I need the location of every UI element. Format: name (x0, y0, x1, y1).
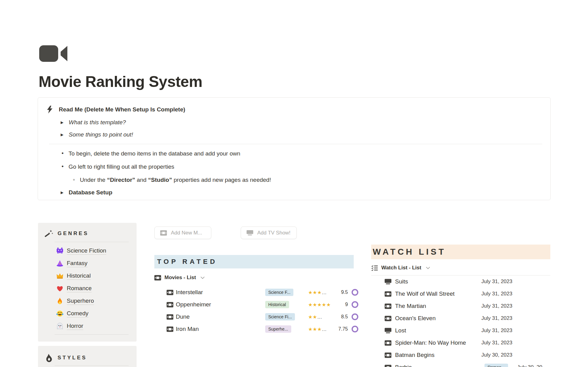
movie-row[interactable]: Oppenheimer Historical ★★★★★ 9 (154, 298, 356, 311)
movies-list: Interstellar Science F... ★★★… 9.5 Oppen… (154, 286, 356, 335)
genre-link-item[interactable]: Science Fiction (38, 245, 137, 257)
bullet-icon: • (62, 163, 64, 170)
checklist-icon (371, 265, 378, 271)
watch-list-row[interactable]: Suits July 31, 2023 (371, 275, 550, 288)
genre-link-item[interactable]: Horror (38, 320, 137, 332)
movie-row[interactable]: Dune Science Fi... ★★… 8.5 (154, 311, 356, 323)
genre-tag: Roman... (484, 364, 508, 367)
movie-title[interactable]: Interstellar (176, 289, 265, 296)
add-new-movie-button[interactable]: Add New M... (154, 227, 211, 239)
watch-list-row[interactable]: Ocean's Eleven July 31, 2023 (371, 312, 550, 324)
watched-toggle-ring[interactable] (352, 313, 358, 320)
styles-heading: STYLES (58, 355, 87, 361)
rating-value: 7.75 (338, 326, 348, 332)
genre-link-item[interactable]: Comedy (38, 307, 137, 320)
genre-tag: Historical (265, 301, 289, 308)
styles-card: STYLES (38, 346, 137, 367)
genre-link-item[interactable]: Fantasy (38, 257, 137, 270)
watch-item-title[interactable]: Batman Begins (395, 352, 481, 358)
notion-page: Movie Ranking System Read Me (Delete Me … (0, 0, 588, 367)
watch-item-title[interactable]: The Wolf of Wall Street (395, 290, 481, 297)
movie-title[interactable]: Iron Man (176, 326, 265, 332)
toggle-triangle-icon: ▶ (61, 191, 63, 194)
video-camera-icon[interactable] (39, 44, 69, 63)
watch-list-row[interactable]: Batman Begins July 30, 2023 (371, 349, 550, 361)
watch-item-title[interactable]: Barbie (395, 364, 484, 367)
genre-link[interactable]: Romance (67, 285, 92, 292)
movie-row[interactable]: Iron Man Superhe... ★★★… 7.75 (154, 323, 356, 335)
watch-list-row[interactable]: The Wolf of Wall Street July 31, 2023 (371, 288, 550, 300)
star-rating: ★★… (308, 314, 337, 320)
rating-value: 8.5 (341, 314, 348, 320)
magic-wand-icon (45, 230, 53, 238)
heart-icon (56, 285, 63, 292)
genre-link-item[interactable]: Historical (38, 270, 137, 282)
button-label: Add New M... (171, 230, 202, 236)
watched-toggle-ring[interactable] (352, 301, 358, 308)
rating-value: 9 (345, 302, 348, 307)
hollow-bullet-icon: ◦ (73, 176, 75, 183)
add-tv-show-button[interactable]: Add TV Show! (241, 227, 297, 239)
chevron-down-icon[interactable] (425, 265, 431, 271)
watch-list: Suits July 31, 2023 The Wolf of Wall Str… (371, 275, 550, 367)
watch-list-row[interactable]: The Martian July 31, 2023 (371, 300, 550, 312)
watch-date: July 31, 2023 (481, 328, 512, 334)
film-frame-icon (160, 230, 167, 236)
top-rated-banner: TOP RATED (154, 255, 354, 268)
rating-value: 9.5 (341, 290, 348, 295)
top-rated-column: Add New M... Add TV Show! TOP RATED Movi… (154, 227, 356, 335)
watch-date: July 31, 2023 (481, 340, 512, 346)
genre-list: Science Fiction Fantasy Historical Roman… (38, 245, 137, 332)
top-rated-heading: TOP RATED (157, 258, 217, 266)
film-frame-icon (385, 340, 391, 346)
film-frame-icon (385, 365, 391, 367)
film-frame-icon (385, 352, 391, 358)
divider (55, 242, 129, 242)
watch-list-row[interactable]: Barbie Roman... July 30, 20... (371, 361, 550, 367)
watch-item-title[interactable]: Spider-Man: No Way Home (395, 339, 481, 346)
genre-link[interactable]: Superhero (67, 298, 94, 305)
genre-link[interactable]: Horror (67, 323, 83, 330)
toggle-triangle-icon: ▶ (61, 133, 63, 137)
watch-list-row[interactable]: Spider-Man: No Way Home July 31, 2023 (371, 337, 550, 349)
movie-title[interactable]: Oppenheimer (176, 301, 265, 308)
watch-list-header[interactable]: Watch List - List (371, 265, 550, 271)
watch-item-title[interactable]: The Martian (395, 303, 481, 309)
watch-item-title[interactable]: Lost (395, 327, 481, 334)
toggle-what-is-this-template[interactable]: ▶ What is this template? (61, 118, 542, 126)
tv-icon (247, 230, 253, 236)
watch-item-title[interactable]: Suits (395, 278, 481, 285)
toggle-label: What is this template? (69, 119, 126, 126)
ghost-icon (56, 323, 63, 330)
genre-link[interactable]: Comedy (67, 310, 89, 317)
star-rating: ★★★… (308, 290, 337, 295)
watch-list-row[interactable]: Lost July 31, 2023 (371, 324, 550, 337)
movie-title[interactable]: Dune (176, 313, 265, 320)
film-frame-icon (385, 316, 391, 321)
watch-list-heading: WATCH LIST (373, 247, 446, 257)
movies-list-header[interactable]: Movies - List (154, 275, 356, 281)
movie-row[interactable]: Interstellar Science F... ★★★… 9.5 (154, 286, 356, 298)
watch-list-column: WATCH LIST Watch List - List Suits July … (371, 229, 550, 367)
wizard-hat-icon (56, 260, 63, 267)
watched-toggle-ring[interactable] (352, 289, 358, 296)
genres-card: GENRES Science Fiction Fantasy Historica… (38, 223, 137, 342)
film-frame-icon (167, 302, 173, 308)
action-buttons: Add New M... Add TV Show! (154, 227, 356, 239)
toggle-some-things-to-point-out[interactable]: ▶ Some things to point out! (61, 130, 542, 139)
genre-link[interactable]: Science Fiction (67, 247, 106, 255)
genre-link-item[interactable]: Superhero (38, 295, 137, 307)
toggle-database-setup[interactable]: ▶ Database Setup (61, 188, 542, 197)
genre-link[interactable]: Historical (67, 272, 91, 280)
watch-date: July 30, 20... (517, 364, 547, 367)
genre-link-item[interactable]: Romance (38, 282, 137, 295)
watched-toggle-ring[interactable] (352, 326, 358, 332)
toggle-label: Some things to point out! (69, 131, 133, 138)
film-frame-icon (385, 303, 391, 309)
bold-director: “Director” (107, 177, 135, 183)
lightning-bolt-icon (47, 105, 53, 114)
tv-icon (385, 279, 391, 285)
watch-item-title[interactable]: Ocean's Eleven (395, 315, 481, 322)
chevron-down-icon[interactable] (200, 275, 205, 280)
genre-link[interactable]: Fantasy (67, 260, 88, 267)
